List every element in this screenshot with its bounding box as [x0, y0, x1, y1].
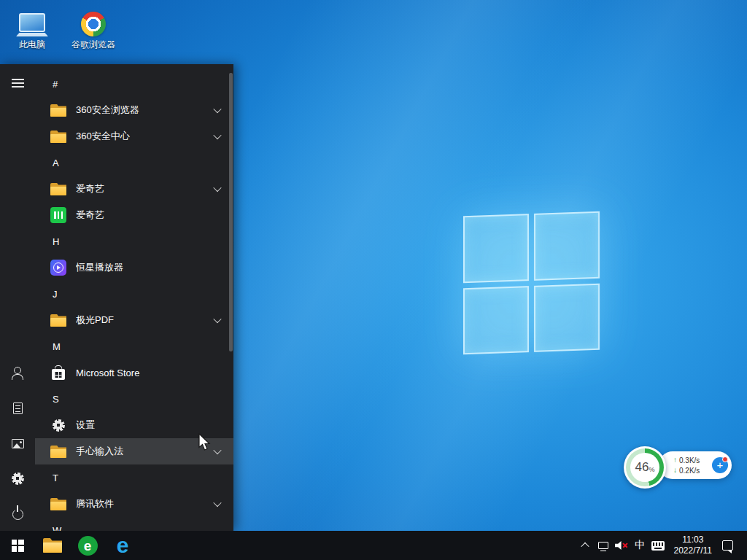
speed-widget: ↑ 0.3K/s ↓ 0.2K/s + 46 % — [624, 445, 733, 491]
user-account-button[interactable] — [0, 356, 35, 391]
folder-icon — [50, 498, 66, 510]
start-item-shouxin-ime[interactable]: 手心输入法 — [35, 438, 233, 464]
power-icon — [12, 509, 23, 520]
download-arrow-icon: ↓ — [673, 467, 677, 474]
start-section-a[interactable]: A — [35, 149, 233, 176]
network-tray-button[interactable] — [595, 531, 613, 560]
desktop-icon-chrome[interactable]: 谷歌浏览器 — [66, 4, 121, 51]
desktop-icon-area: 此电脑 谷歌浏览器 — [4, 4, 121, 51]
start-section-w[interactable]: W — [35, 517, 233, 531]
start-list-scrollbar[interactable] — [229, 73, 233, 351]
start-item-label: 爱奇艺 — [76, 209, 223, 222]
settings-button[interactable] — [0, 461, 35, 496]
start-item-label: Microsoft Store — [76, 368, 223, 378]
desktop-icon-label: 此电脑 — [19, 39, 45, 51]
chrome-icon — [81, 7, 106, 36]
taskbar-clock[interactable]: 11:03 2022/7/11 — [667, 534, 719, 556]
edge-browser-button[interactable]: e — [105, 531, 140, 560]
start-item-360-center[interactable]: 360安全中心 — [35, 123, 233, 149]
start-item-stellar-player[interactable]: 恒星播放器 — [35, 254, 233, 281]
documents-button[interactable] — [0, 391, 35, 426]
folder-icon — [50, 131, 66, 143]
ime-label: 中 — [635, 539, 645, 552]
add-button[interactable]: + — [712, 457, 728, 473]
section-label: # — [53, 79, 58, 90]
usage-gauge[interactable]: 46 % — [624, 446, 666, 489]
start-section-j[interactable]: J — [35, 281, 233, 307]
start-menu-rail — [0, 64, 35, 531]
folder-icon — [50, 446, 66, 458]
chevron-down-icon[interactable] — [212, 314, 223, 326]
section-label: W — [53, 525, 61, 532]
section-label: A — [53, 158, 59, 168]
pictures-button[interactable] — [0, 426, 35, 461]
start-item-label: 腾讯软件 — [76, 497, 212, 510]
ime-indicator[interactable]: 中 — [631, 531, 649, 560]
section-label: H — [53, 236, 59, 247]
start-button[interactable] — [0, 531, 35, 560]
action-center-button[interactable] — [719, 531, 737, 560]
chevron-down-icon[interactable] — [212, 498, 223, 510]
start-item-label: 360安全中心 — [76, 130, 212, 143]
start-section-t[interactable]: T — [35, 464, 233, 491]
start-item-iqiyi-app[interactable]: 爱奇艺 — [35, 202, 233, 228]
desktop-icon-this-pc[interactable]: 此电脑 — [4, 4, 60, 51]
gauge-percent: 46 — [635, 460, 649, 475]
start-section-h[interactable]: H — [35, 228, 233, 254]
start-section-hash[interactable]: # — [35, 71, 233, 97]
volume-muted-icon — [615, 540, 628, 551]
windows-logo-pane — [534, 211, 600, 281]
start-item-jiguang-pdf[interactable]: 极光PDF — [35, 307, 233, 333]
chevron-down-icon[interactable] — [212, 446, 223, 457]
system-tray: 中 11:03 2022/7/11 — [576, 531, 747, 560]
user-icon — [11, 367, 24, 380]
start-item-tencent-software[interactable]: 腾讯软件 — [35, 491, 233, 517]
start-item-label: 手心输入法 — [76, 445, 212, 458]
upload-speed: 0.3K/s — [679, 456, 700, 464]
start-section-s[interactable]: S — [35, 386, 233, 412]
volume-tray-button[interactable] — [613, 531, 631, 560]
browser-e-icon: e — [78, 536, 98, 556]
chevron-down-icon[interactable] — [212, 131, 223, 142]
action-center-icon — [722, 540, 733, 551]
windows-logo-pane — [463, 214, 529, 283]
windows-flag-icon — [55, 372, 62, 378]
gear-icon — [12, 472, 24, 485]
touch-keyboard-button[interactable] — [649, 531, 667, 560]
folder-icon — [50, 104, 66, 117]
start-item-label: 恒星播放器 — [76, 261, 223, 274]
browser-green-button[interactable]: e — [70, 531, 105, 560]
tray-expand-button[interactable] — [576, 531, 595, 560]
download-speed: 0.2K/s — [679, 467, 700, 475]
gauge-percent-unit: % — [649, 466, 654, 473]
document-icon — [13, 402, 23, 414]
windows-logo-pane — [463, 286, 529, 355]
this-pc-icon — [16, 7, 48, 36]
chevron-down-icon[interactable] — [212, 104, 223, 116]
section-label: S — [53, 394, 59, 405]
start-app-list: # 360安全浏览器 360安全中心 A 爱奇艺 爱奇艺 H — [35, 64, 233, 531]
edge-e-icon: e — [117, 534, 129, 556]
start-item-360-browser[interactable]: 360安全浏览器 — [35, 97, 233, 123]
plus-icon: + — [717, 459, 724, 471]
pictures-icon — [12, 439, 24, 448]
gear-icon — [53, 419, 65, 432]
chevron-down-icon[interactable] — [212, 183, 223, 195]
start-item-label: 360安全浏览器 — [76, 104, 212, 117]
desktop-icon-label: 谷歌浏览器 — [71, 39, 115, 51]
upload-arrow-icon: ↑ — [673, 456, 677, 464]
network-speed-panel[interactable]: ↑ 0.3K/s ↓ 0.2K/s + — [659, 451, 732, 479]
section-label: T — [53, 472, 58, 483]
start-section-m[interactable]: M — [35, 333, 233, 359]
start-menu: # 360安全浏览器 360安全中心 A 爱奇艺 爱奇艺 H — [0, 64, 233, 531]
folder-icon — [50, 183, 66, 195]
start-item-settings[interactable]: 设置 — [35, 412, 233, 438]
start-item-iqiyi-folder[interactable]: 爱奇艺 — [35, 176, 233, 202]
start-item-microsoft-store[interactable]: Microsoft Store — [35, 359, 233, 386]
file-explorer-button[interactable] — [35, 531, 70, 560]
hamburger-menu-button[interactable] — [0, 67, 35, 99]
section-label: J — [53, 289, 58, 300]
power-button[interactable] — [0, 496, 35, 531]
windows-logo-icon — [12, 540, 24, 552]
windows-logo — [463, 211, 600, 355]
